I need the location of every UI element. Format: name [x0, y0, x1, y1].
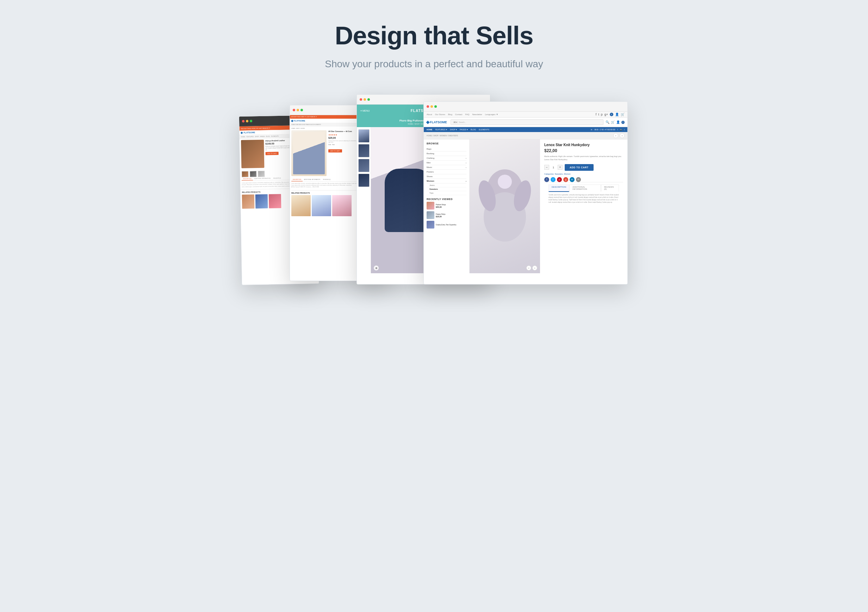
cr-next-btn[interactable]: ›: [620, 133, 625, 138]
cc-thumb-1[interactable]: [358, 129, 369, 143]
cr-all-dropdown[interactable]: All ▾: [453, 121, 458, 124]
sidebar-sub-jeans[interactable]: Jeans: [426, 184, 467, 187]
cr-newsletter[interactable]: Newsletter: [472, 113, 482, 116]
cr-recent-item-1: Patient Ninja $35,00: [426, 202, 467, 210]
cr-tab-description[interactable]: DESCRIPTION: [549, 184, 569, 192]
svg-point-4: [498, 175, 512, 189]
cr-recent-info-3: Osaka Entry Tee Superdry: [436, 224, 457, 226]
cr-pi-icon: p: [601, 113, 603, 116]
cr-social-ig[interactable]: 📷: [620, 129, 622, 131]
cr-qty-plus[interactable]: +: [558, 165, 563, 170]
cr-product-next[interactable]: ›: [532, 266, 537, 270]
sidebar-sub-sweaters[interactable]: Sweaters: [426, 187, 467, 191]
cl-thumb-3: [258, 171, 265, 177]
cr-product-nav: ‹ ›: [526, 266, 537, 270]
cr-share-fb[interactable]: f: [544, 177, 549, 182]
cr-menu-blog[interactable]: BLOG: [471, 128, 476, 131]
cr-menu-shop[interactable]: SHOP ▾: [450, 128, 457, 131]
sidebar-item-music[interactable]: Music ›: [426, 165, 467, 170]
cml-rel-img-1: [291, 195, 311, 216]
cr-recent-name-3: Osaka Entry Tee Superdry: [436, 224, 457, 226]
cl-tab-add-info[interactable]: ADDITIONAL INFORMATION: [253, 177, 272, 180]
cr-recent-price-1: $35,00: [436, 206, 446, 208]
sidebar-item-clothing[interactable]: Clothing ›: [426, 156, 467, 161]
cr-languages[interactable]: Languages ▼: [485, 113, 498, 116]
cr-faq[interactable]: FAQ: [465, 113, 469, 116]
cml-topbar-text: ADD ANYTHING HERE TO JUST REMOVE IT: [291, 116, 317, 117]
cr-breadcrumb: HOME / SHOP / WOMEN / SWEATERS ‹ ›: [424, 132, 628, 139]
cr-search-icon-r[interactable]: 🔍: [606, 121, 609, 124]
cml-logo-diamond: [291, 119, 293, 122]
cr-qty-value: 1: [551, 166, 555, 168]
screenshot-card-right: About Our Stores Blog Contact FAQ Newsle…: [423, 101, 628, 284]
cc-thumb-4[interactable]: [358, 174, 369, 187]
cml-tab-reviews[interactable]: REVIEWS (0): [322, 178, 332, 181]
cr-share-pt[interactable]: p: [557, 177, 562, 182]
cr-recent-info-2: Happy Ninja $18,00: [436, 213, 445, 218]
cr-product-price: $22,00: [544, 148, 623, 153]
cr-qty-row: − 1 + ADD TO CART: [544, 164, 623, 171]
sidebar-item-posters[interactable]: Posters: [426, 170, 467, 174]
cml-rel-item-2: [312, 195, 331, 216]
sidebar-item-bags[interactable]: Bags: [426, 147, 467, 151]
cr-social-tw[interactable]: t: [624, 129, 625, 131]
cr-product-prev[interactable]: ‹: [526, 266, 531, 270]
cr-tab-add-info[interactable]: ADDITIONAL INFORMATION: [569, 184, 601, 192]
sidebar-item-booking[interactable]: Booking: [426, 151, 467, 156]
sidebar-item-women[interactable]: Women ›: [426, 179, 467, 184]
cml-shoe-img: [293, 132, 325, 174]
cr-search[interactable]: All ▾ Search...: [451, 119, 603, 125]
cl-tab-desc[interactable]: DESCRIPTION: [242, 177, 253, 181]
cr-menu-home[interactable]: HOME: [426, 128, 432, 131]
cr-qty-minus[interactable]: −: [544, 165, 549, 170]
cr-breadcrumb-nav: ‹ ›: [613, 133, 625, 138]
cml-add-to-cart[interactable]: ADD TO CART: [328, 149, 342, 153]
cr-prev-btn[interactable]: ‹: [613, 133, 618, 138]
cr-share-email[interactable]: ✉: [576, 177, 581, 182]
browser-dot-yellow-c: [364, 98, 366, 101]
cl-tab-reviews[interactable]: REVIEWS (0): [272, 177, 282, 180]
cr-recent-item-2: Happy Ninja $18,00: [426, 211, 467, 219]
browser-dot-red-r: [426, 105, 429, 108]
cr-add-to-cart-btn[interactable]: ADD TO CART: [565, 164, 594, 171]
cr-topbar: About Our Stores Blog Contact FAQ Newsle…: [424, 111, 628, 117]
cr-nav: FLATSOME All ▾ Search... 🔍 🛒 👤 0: [424, 117, 628, 127]
cr-menu-features[interactable]: FEATURES ▾: [436, 128, 447, 131]
cr-blog[interactable]: Blog: [448, 113, 452, 116]
cr-share-tw[interactable]: t: [550, 177, 555, 182]
sidebar-sub-tops[interactable]: Tops: [426, 191, 467, 195]
cr-tab-reviews[interactable]: REVIEWS (0): [601, 184, 619, 192]
cl-related-item-3: [269, 194, 282, 209]
cr-about[interactable]: About: [426, 113, 432, 116]
cml-rel-item-3: [332, 195, 352, 216]
cl-product-image: [241, 140, 264, 168]
cc-thumb-3[interactable]: [358, 159, 369, 172]
page-title: Design that Sells: [335, 21, 533, 50]
cml-tab-add-info[interactable]: ADDITIONAL INFORMATION: [302, 178, 322, 181]
cr-menu-pages[interactable]: PAGES ▾: [460, 128, 468, 131]
cl-related-item-1: [242, 195, 255, 209]
sidebar-item-men[interactable]: Men ›: [426, 161, 467, 165]
browser-dot-red-c: [360, 98, 362, 101]
cl-related-img-1: [242, 195, 255, 209]
cc-menu-icon: ≡ MENU: [360, 110, 370, 112]
cr-user-icon-nav[interactable]: 👤: [616, 121, 620, 124]
cml-rel-img-3: [332, 195, 352, 216]
cr-categories: Categories: Sweaters, Women: [544, 173, 623, 175]
cr-menu-elements[interactable]: ELEMENTS: [479, 128, 489, 131]
cr-our-stores[interactable]: Our Stores: [435, 113, 445, 116]
cc-zoom-button[interactable]: ⊕: [374, 266, 379, 270]
cl-add-to-cart[interactable]: ADD TO CART: [266, 152, 279, 155]
screenshots-container: ADD ANYTHING HERE OR JUST REMOVE IT FLAT…: [240, 94, 628, 298]
cr-share-li[interactable]: in: [570, 177, 575, 182]
cr-cart-icon-nav[interactable]: 🛒: [611, 121, 615, 124]
cc-thumb-2[interactable]: [358, 144, 369, 158]
cr-share-gp[interactable]: g: [563, 177, 568, 182]
cr-recent-img-3: [426, 221, 434, 229]
cr-recent-name-2: Happy Ninja: [436, 213, 445, 215]
sidebar-item-shoes[interactable]: Shoes: [426, 174, 467, 179]
cl-thumb-1: [242, 171, 249, 177]
cr-contact[interactable]: Contact: [455, 113, 462, 116]
cml-tab-desc[interactable]: DESCRIPTION: [291, 178, 302, 181]
cr-sidebar: BROWSE Bags Booking Clothing › Men ›: [424, 139, 470, 273]
